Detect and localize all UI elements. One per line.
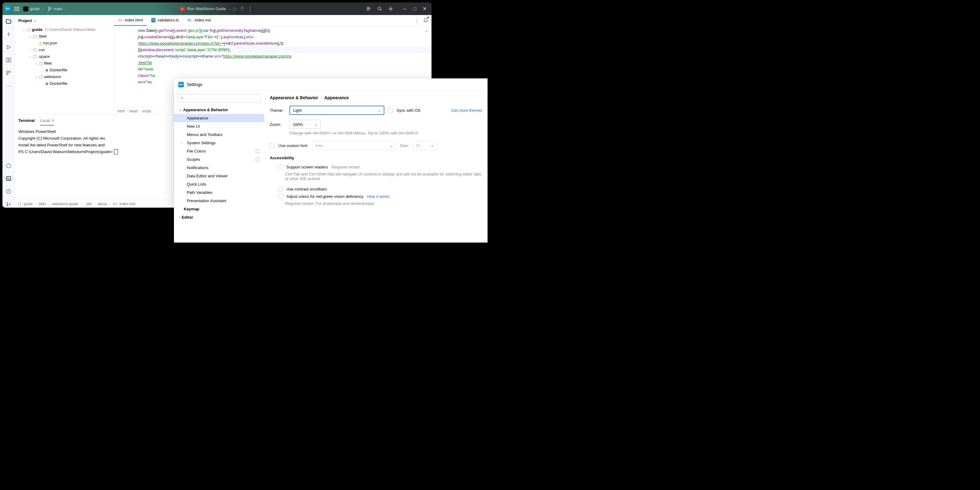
close-icon[interactable]: ✕	[422, 7, 426, 11]
zoom-select[interactable]: 100%	[290, 120, 321, 129]
settings-item[interactable]: Presentation Assistant	[174, 197, 264, 205]
more-icon[interactable]: ⋮	[247, 5, 253, 12]
nav-item[interactable]: index.htm	[120, 202, 136, 206]
minimize-icon[interactable]: ─	[403, 7, 407, 11]
dialog-header: WS Settings	[174, 78, 488, 91]
run-config-selector[interactable]: n Run WebStorm Guide ⌄	[180, 6, 231, 11]
settings-item[interactable]: Path Variables	[174, 188, 264, 197]
branch-name: main	[54, 6, 62, 11]
tree-item[interactable]: ⌄▢webstorm	[15, 73, 114, 80]
custom-font-label: Use custom font:	[278, 143, 309, 148]
more-tools-icon[interactable]: ⋯	[5, 83, 12, 89]
folder-icon: ▢	[27, 27, 30, 32]
colorblind-hint: Requires restart. For protanopia and deu…	[285, 201, 482, 206]
settings-item[interactable]: Data Editor and Viewer	[174, 172, 264, 180]
font-select[interactable]: Inter	[312, 141, 396, 150]
inspection-ok-icon[interactable]: ✓	[425, 28, 428, 34]
svg-point-18	[7, 205, 8, 206]
project-selector[interactable]: guide ⌄	[23, 6, 44, 11]
custom-font-checkbox[interactable]	[270, 143, 275, 148]
maximize-icon[interactable]: □	[412, 7, 417, 11]
project-panel-header[interactable]: Project ⌄	[15, 15, 114, 26]
bookmarks-tool-icon[interactable]	[5, 70, 12, 76]
git-tool-icon[interactable]	[5, 201, 12, 208]
run-icon[interactable]: ▷	[233, 6, 237, 12]
settings-category-editor[interactable]: ›Editor	[174, 213, 264, 221]
settings-category-keymap[interactable]: Keymap	[174, 205, 264, 213]
terminal-session-tab[interactable]: Local ×	[40, 118, 54, 123]
screen-reader-checkbox[interactable]	[278, 164, 283, 169]
gear-icon[interactable]	[388, 6, 393, 12]
tabs-right: ⋮	[414, 15, 431, 26]
commit-tool-icon[interactable]	[5, 31, 12, 38]
size-select[interactable]: 13	[412, 141, 437, 150]
settings-search[interactable]	[178, 94, 261, 103]
nav-item[interactable]: sites	[38, 202, 46, 206]
tree-item[interactable]: ⌄▢fleet	[15, 60, 114, 67]
settings-item[interactable]: File Colors	[174, 147, 264, 155]
window-controls: ─ □ ✕	[403, 7, 426, 11]
settings-item[interactable]: Menus and Toolbars	[174, 130, 264, 139]
tree-item[interactable]: ⌄▢.fleet	[15, 33, 114, 40]
search-icon[interactable]	[377, 6, 382, 12]
settings-item[interactable]: ›System Settings	[174, 139, 264, 147]
nav-item[interactable]: _site	[84, 202, 92, 206]
main-menu-icon[interactable]	[14, 7, 20, 11]
terminal-tab[interactable]: Terminal	[18, 118, 35, 123]
theme-select[interactable]: Light	[290, 106, 384, 115]
breadcrumb-item[interactable]: html	[118, 109, 125, 113]
how-it-works-link[interactable]: How it works	[367, 194, 390, 199]
svg-rect-12	[9, 71, 10, 73]
settings-item[interactable]: Scopes	[174, 155, 264, 164]
tree-item[interactable]: ◆Dockerfile	[15, 80, 114, 87]
more-icon[interactable]: ⋮	[414, 18, 419, 23]
nav-item[interactable]: guide	[24, 202, 32, 206]
svg-marker-14	[6, 164, 11, 168]
vcs-branch-selector[interactable]: main ⌄	[48, 6, 67, 11]
sync-os-checkbox[interactable]	[388, 108, 393, 113]
debug-icon[interactable]	[240, 5, 245, 12]
breadcrumb-item[interactable]: script	[142, 109, 151, 113]
project-tool-icon[interactable]	[5, 18, 12, 25]
settings-category[interactable]: ⌄Appearance & Behavior	[174, 106, 264, 114]
tree-item[interactable]: ›▢.run	[15, 46, 114, 53]
screen-reader-row: Support screen readers Requires restart	[278, 164, 482, 169]
settings-sidebar: ⌄Appearance & Behavior AppearanceNew UIM…	[174, 91, 264, 243]
nav-item[interactable]: webstorm-guide	[52, 202, 78, 206]
colorblind-row: Adjust colors for red-green vision defic…	[278, 194, 482, 199]
chevron-down-icon: ⌄	[22, 28, 26, 31]
settings-item[interactable]: Quick Lists	[174, 180, 264, 188]
settings-content: Appearance & Behavior › Appearance Theme…	[264, 91, 488, 243]
colorblind-checkbox[interactable]	[278, 194, 283, 199]
contrast-checkbox[interactable]	[278, 186, 283, 191]
tree-root[interactable]: ⌄ ▢ guide C:\Users\David Watson\Web	[15, 26, 114, 33]
npm-icon: n	[180, 6, 185, 11]
problems-tool-icon[interactable]	[5, 188, 12, 195]
svg-rect-15	[6, 177, 11, 180]
settings-item[interactable]: New UI	[174, 122, 264, 130]
svg-marker-8	[7, 45, 10, 49]
settings-item[interactable]: Notifications	[174, 164, 264, 172]
settings-tree: ⌄Appearance & Behavior AppearanceNew UIM…	[174, 106, 264, 221]
services-tool-icon[interactable]	[5, 162, 12, 169]
run-tool-icon[interactable]	[5, 44, 12, 51]
editor-tab[interactable]: TSvalidators.ts	[147, 15, 183, 26]
editor-tab[interactable]: M↓index.md	[183, 15, 215, 26]
tree-item[interactable]: ◆Dockerfile	[15, 67, 114, 73]
terminal-tool-icon[interactable]	[5, 175, 12, 182]
tree-item[interactable]: ⌄▢.space	[15, 53, 114, 60]
code-with-me-icon[interactable]	[366, 6, 371, 12]
get-themes-link[interactable]: Get more themes	[452, 108, 482, 113]
notifications-icon[interactable]	[423, 17, 428, 24]
nav-item[interactable]: about	[98, 202, 107, 206]
project-tree[interactable]: ⌄ ▢ guide C:\Users\David Watson\Web ⌄▢.f…	[15, 26, 114, 115]
settings-dialog: WS Settings ⌄Appearance & Behavior Appea…	[174, 78, 488, 243]
tree-item[interactable]: {}run.json	[15, 40, 114, 46]
structure-tool-icon[interactable]	[5, 57, 12, 64]
settings-item[interactable]: Appearance	[174, 114, 264, 122]
zoom-hint: Change with Alt+Shift+= or Alt+Shift+Min…	[290, 131, 482, 135]
editor-tab[interactable]: <>index.html	[114, 15, 147, 26]
project-name: guide	[30, 6, 40, 11]
breadcrumb-item[interactable]: head	[129, 109, 137, 113]
close-icon[interactable]: ×	[51, 118, 54, 123]
